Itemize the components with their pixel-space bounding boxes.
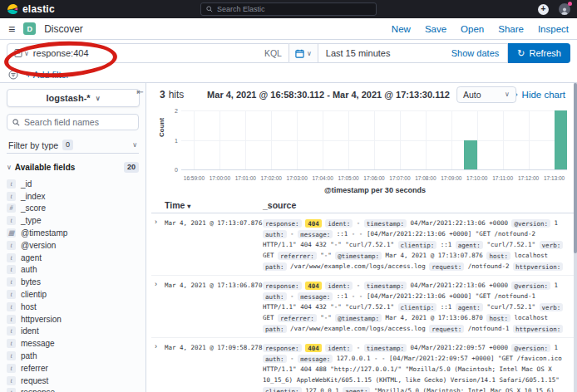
table-row: ›Mar 4, 2021 @ 17:13:06.870response: 404… — [151, 276, 574, 338]
field-item-message[interactable]: tmessage — [7, 337, 139, 350]
field-badge: host: — [486, 314, 510, 322]
field-value: "-" — [320, 252, 332, 259]
field-badge: @timestamp: — [335, 314, 382, 322]
x-tick: 17:00:00 — [210, 175, 230, 181]
documents-table: Time ▾ _source ›Mar 4, 2021 @ 17:13:07.8… — [151, 200, 574, 392]
field-badge: agent: — [456, 303, 483, 311]
query-bar: ∨ response:404 KQL ∨ Last 15 minutes Sho… — [0, 40, 577, 66]
field-badge: @version: — [511, 344, 550, 352]
source-column-header: _source — [263, 200, 574, 210]
elastic-logo-icon — [7, 3, 18, 15]
x-axis-label: @timestamp per 30 seconds — [181, 186, 569, 194]
gridline — [503, 110, 504, 169]
field-badge: timestamp: — [364, 282, 407, 290]
calendar-icon — [295, 49, 304, 58]
calendar-menu-button[interactable]: ∨ — [289, 44, 318, 62]
field-item-_id[interactable]: t_id — [7, 178, 139, 190]
field-badge: message: — [298, 230, 333, 238]
scrollbar-track[interactable] — [574, 83, 577, 392]
field-search-input[interactable]: Search field names — [7, 114, 139, 130]
hide-chart-button[interactable]: Hide chart — [508, 90, 565, 100]
histogram-chart[interactable]: Count 012 16:59:0017:00:0017:01:0017:02:… — [160, 109, 569, 195]
add-filter-button[interactable]: + Add filter — [26, 70, 69, 80]
global-search-input[interactable]: Search Elastic — [200, 2, 377, 16]
scrollbar-thumb[interactable] — [574, 83, 577, 253]
field-name: httpversion — [21, 315, 62, 324]
field-item-@version[interactable]: t@version — [7, 239, 139, 252]
chevron-down-icon: ∨ — [307, 50, 312, 57]
user-icon — [560, 7, 569, 15]
table-header: Time ▾ _source — [151, 200, 574, 213]
field-item-ident[interactable]: tident — [7, 326, 139, 338]
interval-select[interactable]: Auto ∨ — [456, 86, 516, 103]
field-item-request[interactable]: trequest — [7, 375, 139, 387]
field-value: 127.0.0.1 — [305, 387, 339, 392]
field-item-bytes[interactable]: tbytes — [7, 276, 139, 288]
histogram-bar-17:13:00[interactable] — [555, 110, 567, 169]
field-item-_score[interactable]: #_score — [7, 203, 139, 215]
string-type-icon: t — [7, 241, 16, 250]
field-item-httpversion[interactable]: thttpversion — [7, 313, 139, 326]
gridline — [297, 110, 298, 169]
time-column-header[interactable]: Time ▾ — [165, 200, 263, 210]
field-item-_index[interactable]: t_index — [7, 190, 139, 203]
save-button[interactable]: Save — [425, 24, 446, 34]
field-badge: auth: — [263, 355, 287, 363]
nav-actions: New Save Open Share Inspect — [392, 24, 569, 34]
new-button[interactable]: New — [392, 24, 411, 34]
histogram-bar-17:09:30[interactable] — [464, 140, 476, 170]
x-tick: 17:12:00 — [518, 175, 539, 181]
collapse-sidebar-icon[interactable]: ⇤ — [137, 87, 144, 96]
chevron-down-icon: ∨ — [132, 141, 137, 149]
string-type-icon: t — [7, 216, 16, 225]
chart-plot-area[interactable]: 012 — [181, 110, 567, 170]
expand-row-icon[interactable]: › — [151, 342, 165, 392]
index-pattern-select[interactable]: logstash-* ∨ — [7, 89, 140, 107]
x-tick: 17:04:00 — [312, 175, 333, 181]
time-range-value[interactable]: Last 15 minutes — [318, 48, 443, 58]
chevron-down-icon: ∨ — [96, 95, 101, 102]
saved-query-menu-icon[interactable]: ∨ — [14, 49, 29, 57]
menu-icon[interactable]: ≡ — [8, 23, 15, 35]
gridline — [451, 110, 452, 169]
x-tick: 17:09:00 — [441, 175, 461, 181]
x-tick: 17:02:00 — [261, 175, 282, 181]
field-item-referrer[interactable]: treferrer — [7, 362, 139, 375]
x-tick: 17:07:00 — [389, 175, 410, 181]
show-dates-button[interactable]: Show dates — [443, 48, 507, 58]
filter-by-type-select[interactable]: Filter by type 0 ∨ — [7, 137, 139, 154]
field-item-_type[interactable]: t_type — [7, 214, 139, 227]
field-item-agent[interactable]: tagent — [7, 252, 139, 264]
gridline — [374, 110, 375, 169]
field-item-path[interactable]: tpath — [7, 350, 139, 362]
available-fields-header[interactable]: ∨ Available fields 20 — [7, 162, 139, 173]
open-button[interactable]: Open — [461, 24, 484, 34]
field-item-response[interactable]: tresponse — [7, 387, 139, 392]
help-icon[interactable]: + — [538, 4, 549, 15]
field-badge: response: — [263, 219, 302, 228]
query-input[interactable]: ∨ response:404 KQL — [7, 43, 289, 63]
x-tick: 17:03:00 — [287, 175, 308, 181]
field-item-auth[interactable]: tauth — [7, 264, 139, 277]
field-item-@timestamp[interactable]: ▦@timestamp — [7, 227, 139, 239]
field-item-clientip[interactable]: tclientip — [7, 288, 139, 301]
refresh-button[interactable]: ↻ Refresh — [508, 43, 570, 63]
string-type-icon: t — [7, 265, 16, 274]
field-value: Mar 4, 2021 @ 17:13:06.870 — [385, 314, 482, 321]
string-type-icon: t — [7, 179, 16, 189]
expand-row-icon[interactable]: › — [151, 280, 165, 334]
field-value: - — [357, 344, 361, 351]
user-avatar[interactable] — [559, 3, 570, 15]
inspect-button[interactable]: Inspect — [538, 24, 569, 34]
field-search-placeholder: Search field names — [24, 117, 99, 127]
query-language-toggle[interactable]: KQL — [264, 48, 282, 58]
field-name: auth — [21, 265, 37, 274]
highlighted-value: 404 — [305, 282, 322, 290]
chart-time-range: Mar 4, 2021 @ 16:58:30.112 - Mar 4, 2021… — [207, 90, 450, 100]
field-item-host[interactable]: thost — [7, 301, 139, 313]
row-time: Mar 4, 2021 @ 17:13:06.870 — [165, 280, 263, 334]
filter-icon[interactable] — [8, 70, 18, 80]
share-button[interactable]: Share — [498, 24, 524, 34]
expand-row-icon[interactable]: › — [151, 218, 165, 272]
field-value: - — [290, 230, 294, 238]
